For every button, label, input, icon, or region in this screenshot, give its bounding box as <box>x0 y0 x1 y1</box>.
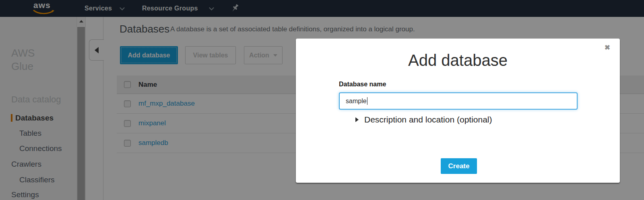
database-name-value: sample <box>346 98 367 105</box>
add-database-modal: ✖ Add database Database name sample Desc… <box>296 39 620 183</box>
database-name-label: Database name <box>339 81 386 88</box>
disclosure-triangle-icon <box>355 117 359 122</box>
database-name-input[interactable]: sample <box>339 92 578 110</box>
text-caret <box>367 97 367 105</box>
modal-title: Add database <box>296 51 620 69</box>
create-button[interactable]: Create <box>441 158 477 174</box>
close-icon[interactable]: ✖ <box>605 44 610 51</box>
disclosure-label: Description and location (optional) <box>364 115 492 124</box>
description-location-disclosure[interactable]: Description and location (optional) <box>355 115 492 124</box>
